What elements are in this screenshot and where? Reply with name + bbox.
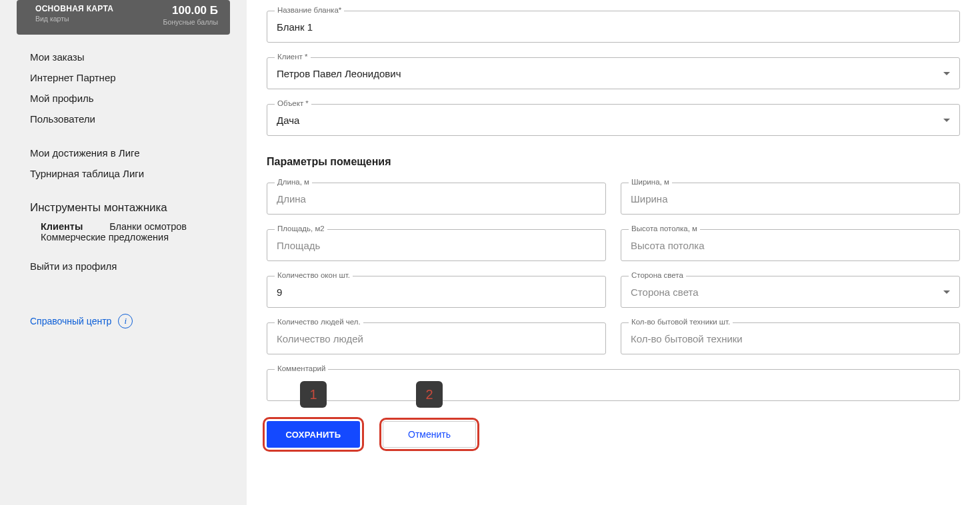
form-buttons: 1 СОХРАНИТЬ 2 Отменить [267,421,960,448]
object-value: Дача [277,115,299,126]
client-value: Петров Павел Леонидович [277,68,401,79]
nav-group-league: Мои достижения в Лиге Турнирная таблица … [17,143,230,184]
comment-label: Комментарий [275,364,328,372]
windows-input[interactable] [277,286,596,298]
width-input[interactable] [631,193,950,205]
chevron-down-icon [943,119,950,122]
people-label: Количество людей чел. [275,318,363,326]
width-field[interactable] [621,183,960,215]
length-label: Длина, м [275,178,312,186]
length-input[interactable] [277,193,596,205]
bonus-caption: Бонусные баллы [163,18,218,26]
people-field[interactable] [267,322,606,354]
nav-tools-proposals[interactable]: Коммерческие предложения [17,228,169,247]
cancel-button[interactable]: Отменить [383,421,476,448]
object-label: Объект * [275,99,311,107]
nav-users[interactable]: Пользователи [17,109,230,129]
section-room-params: Параметры помещения [267,156,960,168]
help-link-label: Справочный центр [30,316,111,326]
windows-label: Количество окон шт. [275,271,353,279]
sidebar: ОСНОВНАЯ КАРТА Вид карты 100.00 Б Бонусн… [0,0,247,505]
nav-group-tools: Инструменты монтажника Клиенты Бланки ос… [17,197,230,243]
nav-group-logout: Выйти из профиля [17,256,230,276]
nav-league-table[interactable]: Турнирная таблица Лиги [17,163,230,184]
ceiling-label: Высота потолка, м [629,225,700,233]
area-input[interactable] [277,240,596,251]
nav-internet-partner[interactable]: Интернет Партнер [17,67,230,88]
chevron-down-icon [943,290,950,294]
bonus-card-title: ОСНОВНАЯ КАРТА [35,4,113,13]
comment-input[interactable] [277,380,950,391]
area-label: Площадь, м2 [275,225,327,233]
annotation-badge-1: 1 [300,381,327,408]
form-name-field[interactable] [267,11,960,43]
width-label: Ширина, м [629,178,672,186]
ceiling-input[interactable] [631,240,950,251]
main-form: Название бланка* Клиент * Петров Павел Л… [247,0,980,505]
chevron-down-icon [943,72,950,75]
save-button[interactable]: СОХРАНИТЬ [267,421,360,448]
people-input[interactable] [277,333,596,344]
form-name-label: Название бланка* [275,6,344,14]
bonus-amount: 100.00 Б [163,4,218,17]
appliances-label: Кол-во бытовой техники шт. [629,318,733,326]
side-label: Сторона света [629,271,686,279]
appliances-input[interactable] [631,333,950,344]
object-select[interactable]: Дача [267,104,960,136]
bonus-card[interactable]: ОСНОВНАЯ КАРТА Вид карты 100.00 Б Бонусн… [17,0,230,35]
length-field[interactable] [267,183,606,215]
help-link[interactable]: Справочный центр i [17,310,133,332]
appliances-field[interactable] [621,322,960,354]
windows-field[interactable] [267,276,606,308]
nav-my-profile[interactable]: Мой профиль [17,88,230,109]
nav-logout[interactable]: Выйти из профиля [17,256,230,276]
form-name-input[interactable] [277,21,950,33]
client-select[interactable]: Петров Павел Леонидович [267,57,960,89]
side-select[interactable]: Сторона света [621,276,960,308]
area-field[interactable] [267,229,606,261]
annotation-badge-2: 2 [416,381,443,408]
side-value: Сторона света [631,286,699,298]
nav-group-main: Мои заказы Интернет Партнер Мой профиль … [17,47,230,129]
ceiling-field[interactable] [621,229,960,261]
client-label: Клиент * [275,53,311,61]
info-icon: i [118,314,133,328]
bonus-card-subtitle: Вид карты [35,15,113,23]
comment-field[interactable] [267,369,960,401]
nav-league-achievements[interactable]: Мои достижения в Лиге [17,143,230,163]
nav-my-orders[interactable]: Мои заказы [17,47,230,67]
